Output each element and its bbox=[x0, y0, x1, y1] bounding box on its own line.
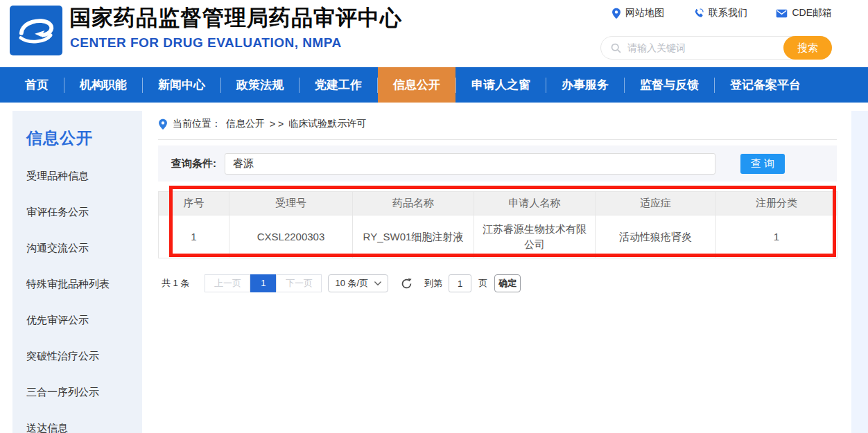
query-panel: 查询条件: 查询 bbox=[158, 145, 837, 182]
query-button[interactable]: 查询 bbox=[740, 154, 785, 174]
page-background-strip bbox=[851, 111, 868, 433]
site-title: 国家药品监督管理局药品审评中心 bbox=[69, 3, 402, 33]
breadcrumb-prefix: 当前位置： bbox=[173, 118, 221, 130]
cell-acceptance-number: CXSL2200303 bbox=[229, 215, 353, 258]
sidebar-item-breakthrough-therapy[interactable]: 突破性治疗公示 bbox=[26, 350, 142, 363]
sidebar-item-three-in-one[interactable]: 三合一序列公示 bbox=[26, 386, 142, 399]
current-page-button[interactable]: 1 bbox=[250, 274, 276, 292]
table-row: 1 CXSL2200303 RY_SW01细胞注射液 江苏睿源生物技术有限公司 … bbox=[159, 215, 837, 258]
nav-item-supervision-feedback[interactable]: 监督与反馈 bbox=[625, 67, 714, 103]
breadcrumb-page[interactable]: 临床试验默示许可 bbox=[288, 118, 366, 130]
sitemap-label: 网站地图 bbox=[625, 7, 664, 19]
header-applicant-name: 申请人名称 bbox=[474, 192, 596, 215]
cell-indication: 活动性狼疮肾炎 bbox=[596, 215, 716, 258]
cell-applicant-name: 江苏睿源生物技术有限公司 bbox=[474, 215, 596, 258]
sidebar-item-accepted-varieties[interactable]: 受理品种信息 bbox=[26, 170, 142, 183]
main-area: 信息公开 受理品种信息 审评任务公示 沟通交流公示 特殊审批品种列表 优先审评公… bbox=[0, 103, 868, 433]
cde-logo[interactable] bbox=[10, 6, 62, 55]
breadcrumb-separator: > > bbox=[270, 118, 284, 130]
next-page-button[interactable]: 下一页 bbox=[276, 274, 322, 292]
sidebar-item-special-approval-list[interactable]: 特殊审批品种列表 bbox=[26, 278, 142, 291]
cell-registration-category: 1 bbox=[716, 215, 837, 258]
sidebar-item-priority-review[interactable]: 优先审评公示 bbox=[26, 314, 142, 327]
sidebar-item-delivery-info[interactable]: 送达信息 bbox=[26, 422, 142, 433]
header-links: 网站地图 联系我们 CDE邮箱 bbox=[611, 7, 832, 19]
cell-drug-name: RY_SW01细胞注射液 bbox=[353, 215, 474, 258]
goto-page-label: 到第 bbox=[424, 277, 442, 290]
location-pin-icon bbox=[158, 118, 168, 130]
nav-item-policies[interactable]: 政策法规 bbox=[221, 67, 299, 103]
breadcrumb-section[interactable]: 信息公开 bbox=[226, 118, 265, 130]
search-icon bbox=[610, 42, 622, 54]
sidebar-title: 信息公开 bbox=[26, 127, 142, 149]
results-table: 序号 受理号 药品名称 申请人名称 适应症 注册分类 1 CXSL2200303… bbox=[158, 191, 837, 258]
confirm-button[interactable]: 确定 bbox=[494, 274, 521, 292]
page-size-select[interactable]: 10 条/页 bbox=[328, 274, 388, 292]
nav-item-registration-platform[interactable]: 登记备案平台 bbox=[715, 67, 816, 103]
nav-item-news[interactable]: 新闻中心 bbox=[143, 67, 220, 103]
breadcrumb: 当前位置： 信息公开 > > 临床试验默示许可 bbox=[158, 118, 366, 130]
main-nav: 首页 机构职能 新闻中心 政策法规 党建工作 信息公开 申请人之窗 办事服务 监… bbox=[0, 67, 868, 103]
contact-link[interactable]: 联系我们 bbox=[693, 7, 747, 19]
page-size-value: 10 条/页 bbox=[335, 277, 368, 290]
location-pin-icon bbox=[611, 8, 621, 19]
header-acceptance-number: 受理号 bbox=[229, 192, 353, 215]
mailbox-link[interactable]: CDE邮箱 bbox=[776, 7, 832, 19]
nav-item-services[interactable]: 办事服务 bbox=[546, 67, 624, 103]
prev-page-button[interactable]: 上一页 bbox=[205, 274, 250, 292]
breadcrumb-divider bbox=[158, 139, 837, 140]
header-registration-category: 注册分类 bbox=[716, 192, 837, 215]
refresh-icon[interactable] bbox=[400, 276, 414, 290]
sitemap-link[interactable]: 网站地图 bbox=[611, 7, 664, 19]
table-header-row: 序号 受理号 药品名称 申请人名称 适应症 注册分类 bbox=[159, 192, 837, 215]
chevron-down-icon bbox=[374, 281, 381, 286]
cell-serial-number: 1 bbox=[159, 215, 229, 258]
site-subtitle: CENTER FOR DRUG EVALUATION, NMPA bbox=[70, 35, 342, 51]
pagination: 共 1 条 上一页 1 下一页 10 条/页 到第 页 确定 bbox=[158, 274, 521, 292]
contact-label: 联系我们 bbox=[709, 7, 747, 19]
site-search-bar: 搜索 bbox=[600, 36, 832, 60]
nav-item-functions[interactable]: 机构职能 bbox=[64, 67, 142, 103]
nav-item-party-building[interactable]: 党建工作 bbox=[300, 67, 377, 103]
goto-page-input[interactable] bbox=[449, 274, 471, 292]
header-serial-number: 序号 bbox=[159, 192, 229, 215]
nav-item-info-disclosure[interactable]: 信息公开 bbox=[378, 67, 455, 103]
mailbox-label: CDE邮箱 bbox=[792, 7, 832, 19]
query-condition-input[interactable] bbox=[225, 153, 715, 175]
total-count-label: 共 1 条 bbox=[162, 277, 189, 290]
header-indication: 适应症 bbox=[596, 192, 716, 215]
sidebar-item-review-tasks[interactable]: 审评任务公示 bbox=[26, 206, 142, 219]
query-condition-label: 查询条件: bbox=[171, 157, 216, 170]
cde-swoosh-icon bbox=[16, 13, 56, 48]
site-header: 国家药品监督管理局药品审评中心 CENTER FOR DRUG EVALUATI… bbox=[0, 0, 868, 67]
mail-icon bbox=[776, 9, 788, 18]
site-search-button[interactable]: 搜索 bbox=[783, 36, 832, 60]
page-unit-label: 页 bbox=[478, 277, 487, 290]
header-drug-name: 药品名称 bbox=[353, 192, 474, 215]
sidebar-item-communication[interactable]: 沟通交流公示 bbox=[26, 242, 142, 255]
phone-icon bbox=[693, 8, 704, 19]
sidebar: 信息公开 受理品种信息 审评任务公示 沟通交流公示 特殊审批品种列表 优先审评公… bbox=[12, 111, 142, 433]
nav-item-home[interactable]: 首页 bbox=[10, 67, 64, 103]
nav-item-applicant-window[interactable]: 申请人之窗 bbox=[456, 67, 546, 103]
